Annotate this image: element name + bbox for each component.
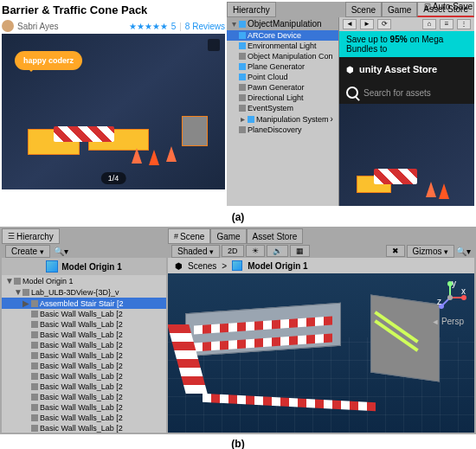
- asset-meta: Sabri Ayes ★★★★★ 5 | 8 Reviews: [2, 18, 225, 34]
- view-2d[interactable]: 2D: [222, 245, 244, 257]
- hierarchy-item[interactable]: Directional Light: [227, 93, 338, 103]
- image-counter: 1/4: [101, 172, 126, 184]
- hierarchy-scene-header[interactable]: ▾ ObjectManipulation: [227, 17, 338, 30]
- tab-game-b[interactable]: Game: [210, 228, 246, 244]
- svg-text:z: z: [437, 297, 441, 306]
- svg-text:x: x: [461, 286, 466, 296]
- search-icon: [346, 87, 358, 99]
- asset-title: Barrier & Traffic Cone Pack: [2, 2, 225, 18]
- author[interactable]: Sabri Ayes: [17, 22, 59, 31]
- asset-store-pane: ◄ ► ⟳ ⌂ ≡ ⋮ Save up to 95% on Mega Bundl…: [339, 17, 474, 206]
- scene-viewport[interactable]: y x z ◄ Persp: [168, 273, 474, 433]
- figure-label-a: (a): [0, 208, 476, 227]
- rating-num: 5: [171, 22, 177, 31]
- unity-logo-icon: ⬢: [346, 65, 354, 74]
- audio-toggle[interactable]: 🔊: [267, 245, 288, 257]
- shaded-dropdown[interactable]: Shaded ▾: [171, 245, 220, 258]
- hierarchy-item[interactable]: EventSystem: [227, 103, 338, 113]
- reviews-link[interactable]: 8 Reviews: [185, 22, 225, 31]
- fx-toggle[interactable]: ▦: [290, 245, 310, 257]
- tab-hierarchy[interactable]: Hierarchy: [227, 2, 276, 17]
- svg-point-9: [447, 295, 453, 300]
- hierarchy-item[interactable]: ARCore Device: [227, 30, 338, 41]
- hierarchy-item[interactable]: Basic Wall Walls_Lab [2: [2, 340, 166, 350]
- nav-forward[interactable]: ►: [360, 19, 374, 29]
- hierarchy-item[interactable]: Basic Wall Walls_Lab [2: [2, 392, 166, 402]
- store-thumbnail[interactable]: [339, 104, 474, 206]
- star-rating: ★★★★★: [129, 22, 168, 31]
- hierarchy-item[interactable]: Basic Wall Walls_Lab [2: [2, 413, 166, 423]
- nav-menu[interactable]: ≡: [440, 19, 453, 29]
- hierarchy-item[interactable]: Basic Wall Walls_Lab [2: [2, 371, 166, 382]
- tab-hierarchy-b[interactable]: ☰ Hierarchy: [2, 228, 60, 244]
- nav-more[interactable]: ⋮: [457, 19, 471, 29]
- hierarchy-item[interactable]: Point Cloud: [227, 72, 338, 82]
- hierarchy-item[interactable]: Plane Generator: [227, 61, 338, 72]
- autosave-checkbox[interactable]: ☑ Auto Save: [424, 2, 473, 11]
- hierarchy-item[interactable]: Basic Wall Walls_Lab [2: [2, 402, 166, 413]
- scene-panel-b: # Scene Game Asset Store Shaded ▾ 2D ☀ 🔊…: [168, 228, 474, 433]
- asset-preview-image[interactable]: happy coderz 1/4: [2, 34, 225, 189]
- nav-back[interactable]: ◄: [343, 19, 357, 29]
- svg-text:y: y: [452, 280, 456, 288]
- hierarchy-item[interactable]: ▸ Manipulation System ›: [227, 113, 338, 125]
- hierarchy-item[interactable]: ▼ Model Origin 1: [2, 275, 166, 286]
- perspective-label[interactable]: ◄ Persp: [431, 317, 464, 326]
- figure-label-b: (b): [0, 434, 476, 449]
- hierarchy-item[interactable]: Pawn Generator: [227, 82, 338, 93]
- cube-icon: [46, 260, 58, 273]
- avatar-icon: [2, 20, 14, 32]
- scene-breadcrumb: ⬢ Scenes > Model Origin 1 ☑ Auto Save: [168, 258, 474, 273]
- light-toggle[interactable]: ☀: [246, 245, 265, 257]
- create-button[interactable]: Create ▾: [5, 245, 50, 258]
- hierarchy-item[interactable]: Basic Wall Walls_Lab [2: [2, 361, 166, 371]
- nav-refresh[interactable]: ⟳: [377, 19, 391, 29]
- hierarchy-item[interactable]: ▶ Assembled Stair Stair [2: [2, 298, 166, 309]
- hierarchy-item[interactable]: Basic Wall Walls_Lab [2: [2, 330, 166, 340]
- nav-home[interactable]: ⌂: [422, 19, 436, 29]
- hierarchy-item[interactable]: Basic Wall Walls_Lab [2: [2, 382, 166, 392]
- tab-scene[interactable]: Scene: [345, 2, 382, 17]
- promo-banner[interactable]: Save up to 95% on Mega Bundles to: [339, 31, 474, 57]
- tab-scene-b[interactable]: # Scene: [168, 228, 210, 244]
- tab-game[interactable]: Game: [382, 2, 417, 17]
- hierarchy-item[interactable]: Basic Wall Walls_Lab [2: [2, 423, 166, 433]
- hierarchy-item[interactable]: Basic Wall Walls_Lab [2: [2, 350, 166, 361]
- asset-card: Barrier & Traffic Cone Pack Sabri Ayes ★…: [2, 2, 225, 206]
- scenes-icon: ⬢: [175, 261, 183, 271]
- hierarchy-item[interactable]: Basic Wall Walls_Lab [2: [2, 319, 166, 330]
- hierarchy-item[interactable]: Object Manipulation Con: [227, 51, 338, 61]
- hierarchy-item[interactable]: PlaneDiscovery: [227, 125, 338, 135]
- store-header: ⬢ unity Asset Store: [339, 57, 474, 81]
- gizmos-dropdown[interactable]: Gizmos ▾: [407, 245, 454, 258]
- search-field-icon[interactable]: 🔍▾: [54, 247, 68, 256]
- model-header: Model Origin 1: [2, 258, 166, 275]
- publisher-badge: happy coderz: [15, 51, 82, 70]
- hierarchy-item[interactable]: ▼ Lab_ULB-3DView-{3D}_v: [2, 286, 166, 298]
- hierarchy-item[interactable]: Environmental Light: [227, 41, 338, 51]
- tab-store-b[interactable]: Asset Store: [247, 228, 304, 244]
- expand-icon[interactable]: [208, 39, 220, 51]
- store-search[interactable]: Search for assets: [339, 81, 474, 104]
- unity-editor-a: Hierarchy Scene Game Asset Store ▾ Objec…: [227, 2, 474, 206]
- orientation-gizmo[interactable]: y x z: [433, 280, 467, 315]
- search-scene[interactable]: 🔍▾: [456, 247, 471, 256]
- hierarchy-panel-b: ☰ Hierarchy Create ▾ 🔍▾ Model Origin 1 ▼…: [2, 228, 166, 433]
- camera-btn[interactable]: ✖: [386, 245, 405, 257]
- hierarchy-item[interactable]: Basic Wall Walls_Lab [2: [2, 309, 166, 319]
- hierarchy-panel: ▾ ObjectManipulation ARCore Device Envir…: [227, 17, 339, 206]
